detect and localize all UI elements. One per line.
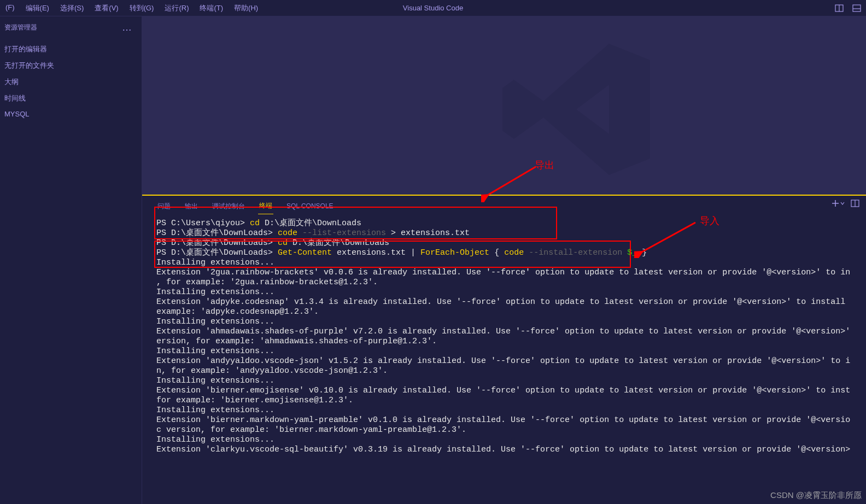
menu-edit[interactable]: 编辑(E) bbox=[20, 1, 55, 15]
titlebar-controls bbox=[834, 3, 862, 13]
tab-debug[interactable]: 调试控制台 bbox=[211, 198, 246, 214]
tab-terminal[interactable]: 终端 bbox=[258, 198, 273, 214]
menu-file[interactable]: (F) bbox=[0, 1, 20, 15]
menu-terminal[interactable]: 终端(T) bbox=[194, 1, 229, 15]
sidebar-outline[interactable]: 大纲 bbox=[0, 74, 142, 90]
sidebar-timeline[interactable]: 时间线 bbox=[0, 90, 142, 107]
more-icon[interactable]: … bbox=[119, 22, 135, 33]
toggle-panel-icon[interactable] bbox=[834, 3, 844, 13]
menu-help[interactable]: 帮助(H) bbox=[229, 1, 264, 15]
tab-output[interactable]: 输出 bbox=[184, 198, 199, 214]
toggle-sidebar-icon[interactable] bbox=[852, 3, 862, 13]
svg-rect-2 bbox=[853, 5, 861, 11]
vscode-logo-icon bbox=[494, 27, 658, 191]
panel-actions bbox=[831, 199, 859, 208]
terminal-output[interactable]: PS C:\Users\qiyou> cd D:\桌面文件\DownLoadsP… bbox=[142, 214, 866, 504]
menu-go[interactable]: 转到(G) bbox=[124, 1, 160, 15]
menu-run[interactable]: 运行(R) bbox=[159, 1, 194, 15]
menu-bar: (F) 编辑(E) 选择(S) 查看(V) 转到(G) 运行(R) 终端(T) … bbox=[0, 1, 264, 15]
sidebar-header: 资源管理器 … bbox=[0, 16, 142, 38]
sidebar-no-folder[interactable]: 无打开的文件夹 bbox=[0, 57, 142, 74]
app-title: Visual Studio Code bbox=[403, 4, 463, 12]
main-row: 资源管理器 … 打开的编辑器 无打开的文件夹 大纲 时间线 MYSQL 问题 输… bbox=[0, 16, 866, 504]
new-terminal-icon[interactable] bbox=[831, 199, 845, 208]
editor-area: 问题 输出 调试控制台 终端 SQL CONSOLE PS C:\Users\q… bbox=[142, 16, 866, 504]
editor-background bbox=[142, 16, 866, 196]
tab-sql-console[interactable]: SQL CONSOLE bbox=[285, 199, 335, 213]
panel: 问题 输出 调试控制台 终端 SQL CONSOLE PS C:\Users\q… bbox=[142, 196, 866, 504]
sidebar-open-editors[interactable]: 打开的编辑器 bbox=[0, 41, 142, 57]
menu-view[interactable]: 查看(V) bbox=[89, 1, 124, 15]
sidebar-sections: 打开的编辑器 无打开的文件夹 大纲 时间线 MYSQL bbox=[0, 38, 142, 125]
sidebar: 资源管理器 … 打开的编辑器 无打开的文件夹 大纲 时间线 MYSQL bbox=[0, 16, 142, 504]
split-terminal-icon[interactable] bbox=[851, 199, 859, 208]
menu-select[interactable]: 选择(S) bbox=[55, 1, 89, 15]
titlebar: (F) 编辑(E) 选择(S) 查看(V) 转到(G) 运行(R) 终端(T) … bbox=[0, 0, 866, 16]
watermark: CSDN @凌霄玉阶非所愿 bbox=[770, 490, 862, 501]
panel-tabs: 问题 输出 调试控制台 终端 SQL CONSOLE bbox=[142, 196, 866, 214]
tab-problems[interactable]: 问题 bbox=[156, 198, 172, 214]
sidebar-title: 资源管理器 bbox=[4, 23, 37, 32]
sidebar-mysql[interactable]: MYSQL bbox=[0, 107, 142, 121]
